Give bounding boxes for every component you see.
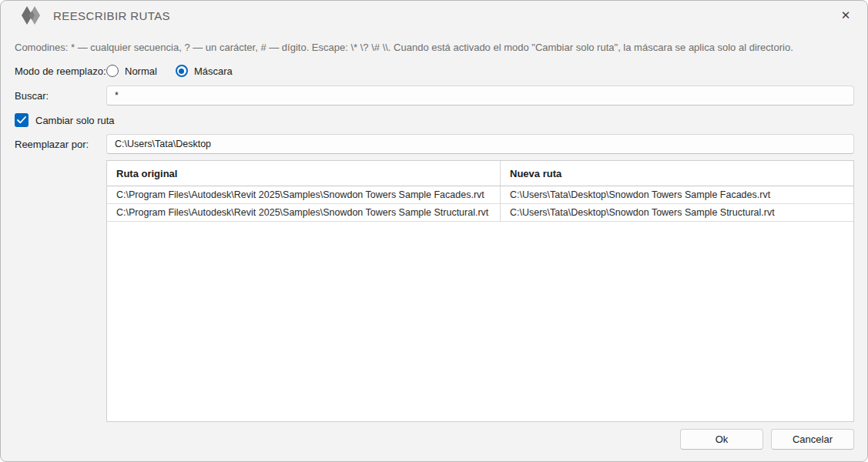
radio-label-mascara: Máscara	[194, 65, 233, 77]
path-only-checkbox[interactable]: Cambiar solo ruta	[15, 113, 115, 127]
table-header-row: Ruta original Nueva ruta	[107, 161, 853, 186]
ok-button[interactable]: Ok	[680, 429, 763, 450]
table-cell: C:\Users\Tata\Desktop\Snowdon Towers Sam…	[501, 186, 854, 204]
cancel-button[interactable]: Cancelar	[771, 429, 854, 450]
rewrite-paths-dialog: REESCRIBIR RUTAS ✕ Comodines: * — cualqu…	[0, 0, 868, 462]
column-header-original[interactable]: Ruta original	[107, 161, 501, 186]
radio-icon-normal	[106, 65, 119, 77]
radio-option-mascara[interactable]: Máscara	[176, 65, 233, 77]
replace-label: Reemplazar por:	[15, 139, 89, 150]
replace-input[interactable]	[106, 134, 854, 154]
checkbox-label: Cambiar solo ruta	[35, 115, 115, 126]
checkbox-checked-icon	[15, 113, 28, 127]
search-input[interactable]	[106, 85, 854, 105]
radio-label-normal: Normal	[125, 65, 157, 77]
table-row[interactable]: C:\Program Files\Autodesk\Revit 2025\Sam…	[107, 186, 853, 204]
table-cell: C:\Program Files\Autodesk\Revit 2025\Sam…	[107, 204, 501, 222]
replace-mode-row: Modo de reemplazo: Normal Máscara	[15, 62, 251, 79]
search-label: Buscar:	[15, 90, 49, 102]
replace-mode-label: Modo de reemplazo:	[15, 65, 106, 77]
table-cell: C:\Program Files\Autodesk\Revit 2025\Sam…	[107, 186, 501, 204]
app-logo-icon	[22, 5, 43, 25]
radio-option-normal[interactable]: Normal	[106, 65, 157, 77]
table-cell: C:\Users\Tata\Desktop\Snowdon Towers Sam…	[501, 204, 854, 222]
close-icon[interactable]: ✕	[835, 6, 856, 25]
titlebar[interactable]: REESCRIBIR RUTAS ✕	[1, 1, 867, 30]
paths-table: Ruta original Nueva ruta C:\Program File…	[106, 160, 854, 422]
column-header-new[interactable]: Nueva ruta	[501, 161, 854, 186]
table-body: C:\Program Files\Autodesk\Revit 2025\Sam…	[107, 186, 853, 222]
radio-icon-mascara-selected	[176, 65, 188, 77]
table-row[interactable]: C:\Program Files\Autodesk\Revit 2025\Sam…	[107, 204, 853, 222]
wildcard-help-text: Comodines: * — cualquier secuencia, ? — …	[15, 42, 793, 53]
window-title: REESCRIBIR RUTAS	[53, 9, 170, 22]
